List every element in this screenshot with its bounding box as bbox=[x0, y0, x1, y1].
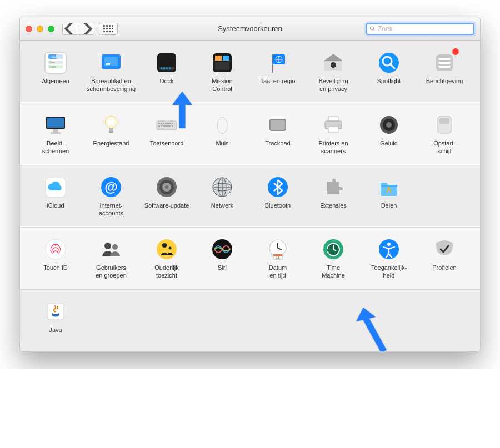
svg-rect-56 bbox=[161, 125, 162, 127]
pref-section-2: iCloud @ Internet- accounts Software-upd… bbox=[20, 165, 480, 227]
pref-label: Muis bbox=[216, 140, 228, 155]
bluetooth-icon bbox=[266, 175, 289, 199]
svg-rect-17 bbox=[163, 68, 165, 69]
pref-label: Netwerk bbox=[211, 202, 233, 218]
pref-label: Geluid bbox=[380, 140, 398, 155]
pref-accessibility[interactable]: Toegankelijk- heid bbox=[361, 236, 417, 280]
users-icon bbox=[99, 238, 123, 261]
pref-trackpad[interactable]: Trackpad bbox=[250, 112, 306, 155]
svg-rect-42 bbox=[51, 132, 61, 134]
zoom-button[interactable] bbox=[48, 26, 54, 32]
pref-label: Taal en regio bbox=[261, 78, 296, 93]
house-icon bbox=[322, 51, 345, 74]
pref-sound[interactable]: Geluid bbox=[361, 112, 417, 155]
search-input[interactable] bbox=[378, 25, 471, 33]
search-field[interactable] bbox=[366, 23, 474, 35]
java-icon bbox=[44, 300, 67, 323]
svg-point-88 bbox=[157, 239, 177, 259]
pref-label: Beeld- schermen bbox=[42, 140, 69, 155]
pref-label: Trackpad bbox=[265, 140, 290, 155]
pref-security-privacy[interactable]: Beveiliging en privacy bbox=[306, 50, 361, 93]
svg-rect-36 bbox=[438, 58, 451, 60]
pref-time-machine[interactable]: Time Machine bbox=[306, 236, 361, 280]
titlebar: Systeemvoorkeuren bbox=[20, 17, 480, 41]
svg-rect-55 bbox=[158, 125, 160, 127]
pref-label: Java bbox=[49, 326, 62, 342]
pref-printers-scanners[interactable]: Printers en scanners bbox=[306, 112, 361, 155]
trackpad-icon bbox=[266, 113, 289, 137]
pref-dock[interactable]: Dock bbox=[139, 50, 194, 93]
general-icon: FileNewOpen bbox=[44, 51, 67, 74]
svg-point-59 bbox=[217, 117, 227, 134]
svg-rect-58 bbox=[172, 125, 173, 127]
pref-mouse[interactable]: Muis bbox=[194, 112, 250, 155]
forward-button[interactable] bbox=[78, 23, 94, 34]
pref-date-time[interactable]: 18 Datum en tijd bbox=[250, 236, 306, 280]
svg-rect-64 bbox=[328, 127, 338, 132]
pref-general[interactable]: FileNewOpen Algemeen bbox=[28, 50, 83, 93]
pref-extensions[interactable]: Extensies bbox=[306, 174, 361, 218]
svg-rect-62 bbox=[328, 117, 338, 121]
pref-parental-controls[interactable]: Ouderlijk toezicht bbox=[139, 236, 194, 280]
svg-rect-12 bbox=[106, 63, 108, 65]
pref-displays[interactable]: Beeld- schermen bbox=[28, 112, 83, 155]
pref-internet-accounts[interactable]: @ Internet- accounts bbox=[83, 174, 139, 218]
pref-energy-saver[interactable]: Energiestand bbox=[83, 112, 139, 155]
pref-section-4: Java bbox=[20, 289, 480, 351]
pref-label: Algemeen bbox=[42, 78, 69, 93]
close-button[interactable] bbox=[26, 26, 32, 32]
display-icon bbox=[44, 113, 67, 137]
grid-icon bbox=[103, 25, 113, 32]
pref-siri[interactable]: Siri bbox=[194, 236, 250, 280]
pref-spotlight[interactable]: Spotlight bbox=[361, 50, 417, 93]
pref-touch-id[interactable]: Touch ID bbox=[28, 236, 83, 280]
pref-software-update[interactable]: Software-update bbox=[139, 174, 194, 218]
svg-line-1 bbox=[373, 29, 375, 31]
pref-label: Gebruikers en groepen bbox=[96, 264, 127, 280]
svg-rect-48 bbox=[158, 123, 160, 124]
minimize-button[interactable] bbox=[37, 26, 43, 32]
disk-icon bbox=[433, 113, 456, 137]
back-button[interactable] bbox=[63, 23, 78, 34]
pref-label: Toetsenbord bbox=[150, 140, 184, 155]
pref-label: Software-update bbox=[144, 202, 189, 218]
pref-label: Siri bbox=[218, 264, 227, 280]
svg-rect-37 bbox=[438, 62, 451, 64]
svg-rect-21 bbox=[215, 56, 222, 61]
pref-language-region[interactable]: Taal en regio bbox=[250, 50, 306, 93]
pref-notifications[interactable]: Berichtgeving bbox=[417, 50, 472, 93]
svg-rect-40 bbox=[47, 118, 64, 128]
pref-bluetooth[interactable]: Bluetooth bbox=[250, 174, 306, 218]
pref-network[interactable]: Netwerk bbox=[194, 174, 250, 218]
pref-startup-disk[interactable]: Opstart- schijf bbox=[417, 112, 472, 155]
svg-rect-4 bbox=[56, 54, 63, 59]
svg-point-90 bbox=[169, 247, 172, 250]
svg-point-67 bbox=[386, 122, 392, 128]
pref-users-groups[interactable]: Gebruikers en groepen bbox=[83, 236, 139, 280]
desktop-icon bbox=[99, 51, 123, 74]
pref-keyboard[interactable]: Toetsenbord bbox=[139, 112, 194, 155]
svg-rect-23 bbox=[215, 62, 229, 70]
pref-icloud[interactable]: iCloud bbox=[28, 174, 83, 218]
pref-label: Extensies bbox=[320, 202, 347, 218]
svg-rect-49 bbox=[161, 123, 162, 124]
svg-rect-19 bbox=[169, 68, 171, 69]
pref-label: Spotlight bbox=[377, 78, 401, 93]
svg-rect-51 bbox=[165, 123, 167, 124]
notifications-icon bbox=[433, 51, 456, 74]
pref-mission-control[interactable]: Mission Control bbox=[194, 50, 250, 93]
pref-label: Delen bbox=[381, 202, 397, 218]
pref-sharing[interactable]: Delen bbox=[361, 174, 417, 218]
pref-desktop-screensaver[interactable]: Bureaublad en schermbeveiliging bbox=[83, 50, 139, 93]
timemachine-icon bbox=[322, 238, 345, 261]
show-all-button[interactable] bbox=[99, 23, 118, 35]
svg-rect-52 bbox=[167, 123, 169, 124]
svg-rect-45 bbox=[109, 128, 113, 132]
pref-profiles[interactable]: Profielen bbox=[417, 236, 472, 280]
pref-java[interactable]: Java bbox=[28, 299, 83, 342]
profiles-icon bbox=[433, 238, 456, 261]
printer-icon bbox=[322, 113, 345, 137]
parental-icon bbox=[155, 238, 178, 261]
svg-point-87 bbox=[112, 244, 118, 250]
clock-icon: 18 bbox=[266, 238, 289, 261]
